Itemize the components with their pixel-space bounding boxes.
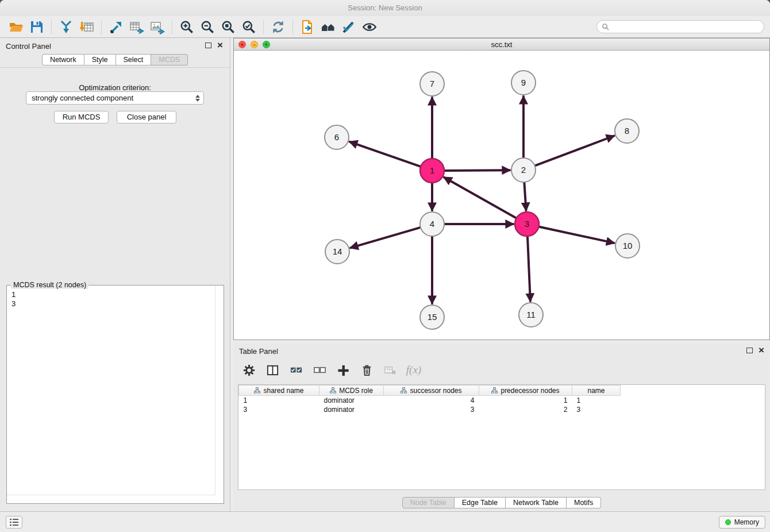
tab-network[interactable]: Network (42, 54, 84, 65)
apply-style-icon[interactable] (338, 18, 359, 36)
export-table-icon[interactable] (126, 18, 147, 36)
column-header-shared-name[interactable]: shared name (239, 385, 319, 396)
graph-node-6[interactable]: 6 (325, 125, 349, 149)
cell-predecessor-nodes[interactable]: 2 (479, 405, 572, 414)
cell-shared-name[interactable]: 1 (239, 396, 319, 405)
new-network-from-selection-icon[interactable] (297, 18, 318, 36)
open-session-icon[interactable] (6, 18, 26, 36)
float-table-panel-icon[interactable] (746, 348, 753, 353)
show-columns-icon[interactable] (265, 363, 280, 377)
run-mcds-button[interactable]: Run MCDS (54, 111, 109, 124)
table-settings-gear-icon[interactable] (241, 363, 256, 377)
graph-node-11[interactable]: 11 (519, 303, 543, 327)
column-header-predecessor-nodes[interactable]: predecessor nodes (479, 385, 572, 396)
cell-name[interactable]: 3 (572, 405, 621, 414)
zoom-out-icon[interactable] (197, 18, 218, 36)
graph-node-8[interactable]: 8 (615, 119, 639, 143)
main-toolbar (0, 16, 770, 38)
cell-mcds-role[interactable]: dominator (319, 405, 384, 414)
refresh-view-icon[interactable] (268, 18, 288, 36)
import-network-icon[interactable] (56, 18, 76, 36)
graph-node-4[interactable]: 4 (420, 212, 444, 236)
table-panel-header: Table Panel × (233, 343, 770, 359)
zoom-selected-icon[interactable] (238, 18, 259, 36)
tab-edge-table[interactable]: Edge Table (455, 497, 506, 508)
control-panel-title: Control Panel (6, 42, 51, 51)
graph-edge-3-10[interactable] (540, 227, 614, 243)
svg-text:15: 15 (428, 312, 437, 322)
cell-shared-name[interactable]: 3 (239, 405, 319, 414)
toolbar-separator (292, 20, 293, 34)
tab-style[interactable]: Style (84, 54, 116, 65)
graph-node-1[interactable]: 1 (420, 159, 444, 183)
memory-status-dot (725, 519, 731, 525)
close-panel-button[interactable]: Close panel (117, 111, 176, 124)
sort-hierarchy-icon (330, 387, 336, 394)
column-header-mcds-role[interactable]: MCDS role (319, 385, 384, 396)
add-column-icon[interactable] (336, 363, 351, 377)
graph-edge-3-11[interactable] (528, 237, 530, 301)
svg-text:1: 1 (430, 165, 434, 175)
table-row[interactable]: 3 dominator 3 2 3 (239, 405, 621, 414)
column-header-successor-nodes[interactable]: successor nodes (384, 385, 479, 396)
close-table-panel-icon[interactable]: × (759, 345, 764, 356)
mcds-result-line: 1 (11, 290, 219, 299)
cell-name[interactable]: 1 (572, 396, 621, 405)
zoom-fit-icon[interactable] (218, 18, 238, 36)
export-network-icon[interactable] (106, 18, 126, 36)
task-history-button[interactable] (6, 516, 22, 529)
graph-edge-3-1[interactable] (444, 178, 516, 218)
deselect-all-rows-icon[interactable] (312, 363, 327, 377)
search-field (596, 20, 764, 33)
function-builder-icon: f(x) (406, 363, 421, 377)
delete-column-trash-icon[interactable] (359, 363, 374, 377)
cell-predecessor-nodes[interactable]: 1 (479, 396, 572, 405)
select-all-rows-icon[interactable] (288, 363, 303, 377)
list-icon (9, 518, 20, 527)
graph-edge-1-6[interactable] (350, 142, 421, 167)
result-horizontal-scrollbar[interactable] (7, 495, 215, 495)
search-icon (602, 23, 609, 30)
cell-successor-nodes[interactable]: 4 (384, 396, 479, 405)
graph-edge-1-2[interactable] (445, 170, 510, 171)
search-input[interactable] (612, 23, 759, 31)
table-row[interactable]: 1 dominator 4 1 1 (239, 396, 621, 405)
home-layout-icon[interactable] (318, 18, 338, 36)
tab-node-table[interactable]: Node Table (402, 497, 455, 508)
export-image-icon[interactable] (147, 18, 168, 36)
memory-button[interactable]: Memory (719, 516, 765, 529)
graph-edge-4-14[interactable] (351, 228, 420, 248)
mcds-result-content: 1 3 (7, 286, 224, 313)
graph-node-15[interactable]: 15 (420, 305, 444, 329)
zoom-in-icon[interactable] (176, 18, 197, 36)
tab-select[interactable]: Select (116, 54, 152, 65)
graph-node-3[interactable]: 3 (515, 212, 539, 236)
tab-mcds[interactable]: MCDS (151, 54, 188, 65)
close-panel-icon[interactable]: × (217, 40, 223, 51)
result-vertical-scrollbar[interactable] (215, 286, 215, 495)
cell-mcds-role[interactable]: dominator (319, 396, 384, 405)
show-hide-details-icon[interactable] (359, 18, 380, 36)
import-table-icon[interactable] (76, 18, 97, 36)
tab-network-table[interactable]: Network Table (506, 497, 567, 508)
graph-node-7[interactable]: 7 (420, 72, 444, 96)
close-window-button[interactable]: × (238, 41, 246, 48)
save-session-icon[interactable] (26, 18, 47, 36)
column-header-name[interactable]: name (572, 385, 621, 396)
minimize-window-button[interactable]: – (251, 41, 258, 48)
svg-text:3: 3 (525, 219, 529, 229)
graph-node-14[interactable]: 14 (325, 240, 349, 264)
graph-node-2[interactable]: 2 (511, 158, 536, 182)
graph-node-10[interactable]: 10 (615, 234, 640, 258)
graph-edge-2-3[interactable] (524, 183, 526, 210)
graph-edge-2-8[interactable] (536, 136, 614, 166)
float-panel-icon[interactable] (205, 43, 211, 48)
network-graph[interactable]: 1234678910111415 (234, 51, 769, 340)
mcds-pane: Optimization criterion: strongly connect… (0, 67, 230, 511)
tab-motifs[interactable]: Motifs (567, 497, 601, 508)
graph-node-9[interactable]: 9 (511, 71, 536, 95)
zoom-window-button[interactable]: + (263, 41, 270, 48)
criterion-dropdown[interactable]: strongly connected component (26, 91, 204, 105)
table-panel-tabs: Node Table Edge Table Network Table Moti… (233, 497, 770, 508)
cell-successor-nodes[interactable]: 3 (384, 405, 479, 414)
